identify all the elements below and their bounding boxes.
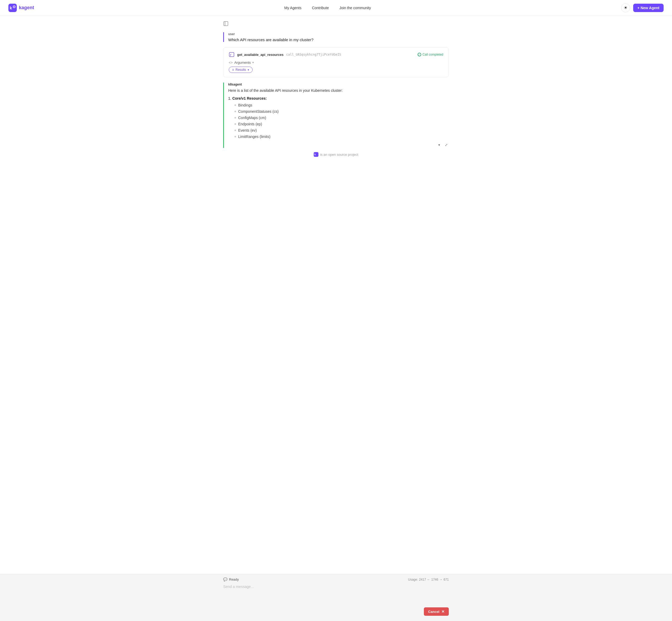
nav-my-agents[interactable]: My Agents: [284, 6, 302, 10]
footer-logo-icon: k: [314, 152, 318, 157]
header: k kagent My Agents Contribute Join the c…: [0, 0, 672, 16]
arguments-toggle[interactable]: <> Arguments ▾: [229, 60, 443, 65]
list-item: Events (ev): [235, 128, 449, 132]
agent-message: k8sagent Here is a list of the available…: [223, 83, 449, 148]
section-title-text: Core/v1 Resources:: [232, 96, 267, 100]
tool-name: get_available_api_resources: [237, 53, 283, 57]
main-nav: My Agents Contribute Join the community: [284, 6, 371, 10]
sidebar-toggle-button[interactable]: [223, 21, 449, 27]
resource-section-title: 1. Core/v1 Resources:: [228, 96, 449, 100]
tool-function-icon: ƒ: [229, 52, 235, 57]
list-item: LimitRanges (limits): [235, 134, 449, 139]
arguments-chevron-icon: ▾: [252, 61, 254, 64]
new-agent-button[interactable]: + New Agent: [633, 4, 664, 12]
main-content: user Which API resources are available i…: [218, 16, 454, 226]
svg-point-3: [14, 6, 15, 7]
resources-list: 1. Core/v1 Resources: Bindings Component…: [228, 96, 449, 139]
code-icon: <>: [229, 60, 233, 65]
list-item: Bindings: [235, 103, 449, 107]
tool-call-card: ƒ get_available_api_resources call_UASqs…: [223, 47, 449, 77]
user-message-text: Which API resources are available in my …: [228, 38, 449, 42]
user-role-label: user: [228, 32, 449, 36]
user-message: user Which API resources are available i…: [223, 32, 449, 42]
nav-join-community[interactable]: Join the community: [340, 6, 371, 10]
call-completed-icon: ✓: [418, 53, 421, 56]
agent-role-label: k8sagent: [228, 83, 449, 86]
logo-text: kagent: [19, 5, 34, 10]
chat-area: user Which API resources are available i…: [223, 32, 449, 148]
agent-intro-text: Here is a list of the available API reso…: [228, 88, 449, 92]
section-number: 1.: [228, 96, 231, 100]
call-completed-status: ✓ Call completed: [418, 53, 443, 56]
kagent-logo-icon: k: [8, 4, 17, 12]
header-right: ☀ + New Agent: [621, 3, 664, 12]
list-item: ConfigMaps (cm): [235, 116, 449, 120]
list-item: ComponentStatuses (cs): [235, 109, 449, 114]
resource-items-list: Bindings ComponentStatuses (cs) ConfigMa…: [228, 103, 449, 139]
tool-card-left: ƒ get_available_api_resources call_UASqs…: [229, 52, 341, 57]
results-chevron-icon: ▾: [248, 68, 249, 72]
svg-text:ƒ: ƒ: [230, 53, 231, 56]
tool-call-id: call_UASqsykhcng7TjiPceYdGeIS: [286, 53, 341, 56]
list-item: Endpoints (ep): [235, 122, 449, 126]
results-button[interactable]: ≡ Results ▾: [229, 67, 252, 73]
logo-area: k kagent: [8, 4, 34, 12]
svg-rect-4: [224, 22, 228, 26]
footer-text: is an open source project: [320, 153, 358, 157]
page-footer: k is an open source project: [223, 148, 449, 200]
collapse-button[interactable]: ▾: [437, 142, 441, 148]
theme-toggle-button[interactable]: ☀: [621, 3, 630, 12]
expand-button[interactable]: ⤢: [444, 142, 449, 148]
svg-text:k: k: [10, 6, 12, 10]
tool-card-header: ƒ get_available_api_resources call_UASqs…: [229, 52, 443, 57]
results-icon: ≡: [232, 68, 234, 72]
agent-actions: ▾ ⤢: [228, 142, 449, 148]
nav-contribute[interactable]: Contribute: [312, 6, 329, 10]
